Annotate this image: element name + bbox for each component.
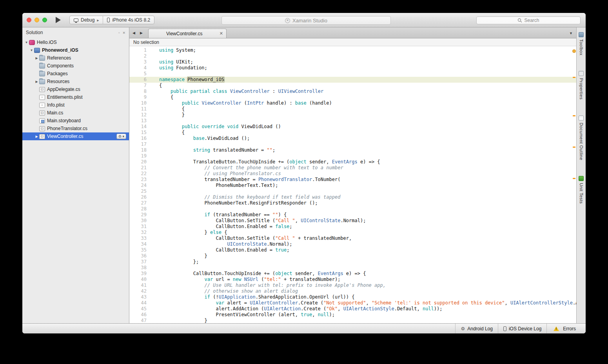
tree-item-info-plist[interactable]: Info.plist bbox=[22, 101, 129, 109]
tree-item-main-cs[interactable]: Main.cs bbox=[22, 109, 129, 117]
tree-item-components[interactable]: Components bbox=[22, 62, 129, 70]
tree-item-label: Components bbox=[47, 63, 74, 69]
code-line[interactable]: 34 UIControlState.Normal); bbox=[129, 241, 576, 247]
android-log-button[interactable]: Android Log bbox=[455, 324, 497, 333]
code-line[interactable]: 10 public ViewController (IntPtr handle)… bbox=[129, 100, 576, 106]
tree-item-entitlements-plist[interactable]: Entitlements.plist bbox=[22, 93, 129, 101]
tree-item-main-storyboard[interactable]: Main.storyboard bbox=[22, 117, 129, 125]
tree-item-appdelegate-cs[interactable]: AppDelegate.cs bbox=[22, 85, 129, 93]
pad-close-icon[interactable] bbox=[122, 31, 125, 35]
code-line[interactable]: 41 // Use URL handler with tel: prefix t… bbox=[129, 283, 576, 288]
disclosure-closed-icon[interactable]: ▶ bbox=[34, 56, 39, 60]
line-number: 32 bbox=[129, 230, 151, 235]
code-line[interactable]: 7{ bbox=[129, 83, 576, 89]
disclosure-closed-icon[interactable]: ▶ bbox=[34, 135, 39, 138]
code-line[interactable]: 12 } bbox=[129, 112, 576, 118]
minimize-window-button[interactable] bbox=[34, 18, 39, 22]
code-line[interactable]: 8 public partial class ViewController : … bbox=[129, 89, 576, 94]
code-line[interactable]: 4using Foundation; bbox=[129, 65, 576, 71]
code-line[interactable]: 25 bbox=[129, 188, 576, 194]
code-line[interactable]: 23 translatedNumber = PhonewordTranslato… bbox=[129, 177, 576, 183]
code-line[interactable]: 35 CallButton.Enabled = true; bbox=[129, 247, 576, 253]
pad-dock-icon[interactable] bbox=[118, 31, 120, 35]
code-line[interactable]: 40 var url = new NSUrl ("tel:" + transla… bbox=[129, 277, 576, 283]
tree-item-references[interactable]: ▶References bbox=[22, 54, 129, 62]
code-line[interactable]: 43 if (!UIApplication.SharedApplication.… bbox=[129, 294, 576, 300]
run-button[interactable] bbox=[56, 17, 61, 23]
overview-mark[interactable] bbox=[573, 147, 575, 148]
overview-dot[interactable] bbox=[572, 49, 576, 53]
build-config-dropdown[interactable]: Debug bbox=[70, 16, 103, 24]
pad-tab-toolbox[interactable]: Toolbox bbox=[579, 32, 584, 55]
code-line[interactable]: 3using UIKit; bbox=[129, 59, 576, 65]
code-line[interactable]: 37 }; bbox=[129, 259, 576, 265]
tab-list-button[interactable] bbox=[569, 31, 573, 35]
line-number: 23 bbox=[129, 177, 151, 183]
code-line[interactable]: 14 public override void ViewDidLoad () bbox=[129, 124, 576, 130]
device-dropdown[interactable]: iPhone 4s iOS 8.2 bbox=[103, 16, 154, 24]
code-line[interactable]: 16 base.ViewDidLoad (); bbox=[129, 136, 576, 141]
tree-item-phonetranslator-cs[interactable]: PhoneTranslator.cs bbox=[22, 125, 129, 132]
code-text: CallButton.SetTitle ("Call ", UIControlS… bbox=[151, 218, 576, 224]
tree-item-resources[interactable]: ▶Resources bbox=[22, 78, 129, 85]
code-line[interactable]: 19 bbox=[129, 153, 576, 159]
code-line[interactable]: 5 bbox=[129, 71, 576, 77]
code-line[interactable]: 1using System; bbox=[129, 47, 576, 53]
code-line[interactable]: 18 string translatedNumber = ""; bbox=[129, 147, 576, 153]
pad-tab-unit-tests[interactable]: Unit Tests bbox=[579, 176, 584, 204]
code-line[interactable]: 45 alert.AddAction (UIAlertAction.Create… bbox=[129, 306, 576, 312]
disclosure-open-icon[interactable]: ▼ bbox=[24, 41, 29, 44]
code-line[interactable]: 2 bbox=[129, 53, 576, 59]
pad-tab-document-outline[interactable]: Document Outline bbox=[579, 116, 584, 160]
code-line[interactable]: 11 { bbox=[129, 106, 576, 112]
code-line[interactable]: 32 } else { bbox=[129, 230, 576, 235]
tree-item-packages[interactable]: Packages bbox=[22, 70, 129, 78]
breadcrumb-text: No selection bbox=[133, 40, 159, 45]
navigate-back-button[interactable] bbox=[132, 31, 135, 35]
code-line[interactable]: 31 CallButton.Enabled = false; bbox=[129, 224, 576, 230]
overview-mark[interactable] bbox=[573, 178, 575, 179]
code-line[interactable]: 46 PresentViewController (alert, true, n… bbox=[129, 312, 576, 318]
code-line[interactable]: 15 { bbox=[129, 130, 576, 136]
code-line[interactable]: 13 bbox=[129, 118, 576, 124]
tab-close-button[interactable] bbox=[220, 31, 223, 36]
code-line[interactable]: 28 bbox=[129, 206, 576, 212]
overview-mark[interactable] bbox=[573, 77, 575, 78]
code-line[interactable]: 36 } bbox=[129, 253, 576, 259]
code-line[interactable]: 21 // Convert the phone number with text… bbox=[129, 165, 576, 171]
code-line[interactable]: 42 // otherwise show an alert dialog bbox=[129, 288, 576, 294]
code-line[interactable]: 47 } bbox=[129, 318, 576, 323]
code-line[interactable]: 17 bbox=[129, 141, 576, 147]
code-line[interactable]: 27 PhoneNumberText.ResignFirstResponder … bbox=[129, 200, 576, 206]
code-line[interactable]: 9 { bbox=[129, 94, 576, 100]
code-line[interactable]: 33 CallButton.SetTitle ("Call " + transl… bbox=[129, 235, 576, 241]
search-field[interactable]: Search bbox=[476, 16, 581, 24]
disclosure-closed-icon[interactable]: ▶ bbox=[34, 80, 39, 83]
tree-item-viewcontroller-cs[interactable]: ▶ViewController.cs bbox=[22, 132, 129, 140]
code-line[interactable]: 30 CallButton.SetTitle ("Call ", UIContr… bbox=[129, 218, 576, 224]
code-line[interactable]: 22 // using PhoneTranslator.cs bbox=[129, 171, 576, 177]
tree-item-label: References bbox=[47, 55, 71, 61]
line-number: 34 bbox=[129, 241, 151, 247]
pad-tab-properties[interactable]: Properties bbox=[579, 71, 584, 100]
code-line[interactable]: 29 if (translatedNumber == "") { bbox=[129, 212, 576, 218]
code-area[interactable]: 1using System;23using UIKit;4using Found… bbox=[129, 46, 576, 323]
code-line[interactable]: 20 TranslateButton.TouchUpInside += (obj… bbox=[129, 159, 576, 165]
tree-item-hello-ios[interactable]: ▼Hello.iOS bbox=[22, 38, 129, 46]
errors-button[interactable]: Errors bbox=[546, 324, 581, 333]
tree-item-phoneword-ios[interactable]: ▼Phoneword_iOS bbox=[22, 46, 129, 54]
ios-device-log-button[interactable]: iOS Device Log bbox=[498, 324, 546, 333]
item-options-button[interactable] bbox=[116, 134, 126, 139]
code-line[interactable]: 44 var alert = UIAlertController.Create … bbox=[129, 300, 576, 306]
navigate-forward-button[interactable] bbox=[140, 31, 143, 35]
code-line[interactable]: 24 PhoneNumberText.Text); bbox=[129, 183, 576, 188]
code-line[interactable]: 39 CallButton.TouchUpInside += (object s… bbox=[129, 271, 576, 277]
close-window-button[interactable] bbox=[27, 18, 31, 22]
overview-mark[interactable] bbox=[573, 115, 575, 116]
code-line[interactable]: 26 // Dismiss the keyboard if text field… bbox=[129, 194, 576, 200]
disclosure-open-icon[interactable]: ▼ bbox=[29, 49, 34, 52]
code-line[interactable]: 6namespace Phoneword_iOS bbox=[129, 77, 576, 83]
zoom-window-button[interactable] bbox=[42, 18, 47, 22]
tab-viewcontroller[interactable]: ViewController.cs bbox=[148, 29, 227, 38]
code-line[interactable]: 38 bbox=[129, 265, 576, 271]
